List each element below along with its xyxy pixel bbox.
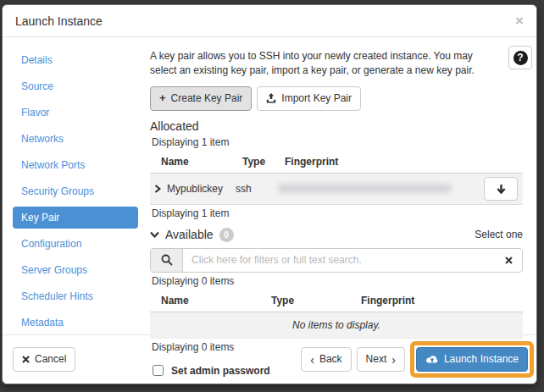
chevron-down-icon xyxy=(150,231,159,238)
set-admin-password-checkbox[interactable] xyxy=(153,365,164,376)
dialog-header: Launch Instance × xyxy=(3,5,536,37)
key-pair-fingerprint-redacted xyxy=(278,184,452,193)
close-icon[interactable]: × xyxy=(515,16,524,26)
clear-search-icon[interactable] xyxy=(496,249,522,272)
available-section-header: Available 0 Select one xyxy=(150,228,523,242)
allocated-table-header: Name Type Fingerprint xyxy=(150,151,523,174)
wizard-step-nav: Details Source Flavor Networks Network P… xyxy=(9,47,143,334)
chevron-left-icon: ‹ xyxy=(310,356,314,364)
available-count-top: Displaying 0 items xyxy=(152,275,523,287)
available-col-type: Type xyxy=(271,295,361,306)
key-pair-name: Mypublickey xyxy=(167,183,223,195)
dialog-body: Details Source Flavor Networks Network P… xyxy=(3,37,536,334)
row-expander-chevron-right-icon[interactable] xyxy=(154,185,161,193)
select-one-hint: Select one xyxy=(475,229,523,240)
allocated-col-fingerprint: Fingerprint xyxy=(285,156,479,168)
available-col-fingerprint: Fingerprint xyxy=(361,295,523,306)
filter-search-input[interactable] xyxy=(183,249,496,272)
help-button[interactable]: ? xyxy=(508,46,532,69)
sidebar-item-scheduler-hints[interactable]: Scheduler Hints xyxy=(13,285,138,307)
sidebar-item-metadata[interactable]: Metadata xyxy=(13,312,138,334)
sidebar-item-source[interactable]: Source xyxy=(13,75,138,97)
plus-icon: + xyxy=(159,94,166,102)
help-icon: ? xyxy=(513,51,528,65)
search-icon[interactable] xyxy=(151,249,183,272)
allocated-col-name: Name xyxy=(161,156,242,168)
admin-password-option: Set admin password xyxy=(150,365,523,377)
x-icon xyxy=(22,356,30,363)
sidebar-item-configuration[interactable]: Configuration xyxy=(13,233,138,255)
sidebar-item-key-pair[interactable]: Key Pair xyxy=(13,207,138,229)
available-count-badge: 0 xyxy=(219,228,234,242)
allocated-col-type: Type xyxy=(242,156,285,168)
available-empty-row: No items to display. xyxy=(150,312,523,339)
sidebar-item-server-groups[interactable]: Server Groups xyxy=(13,259,138,281)
available-table-header: Name Type Fingerprint xyxy=(150,290,523,312)
create-key-pair-button[interactable]: + Create Key Pair xyxy=(150,86,252,111)
sidebar-item-flavor[interactable]: Flavor xyxy=(13,102,138,124)
cancel-label: Cancel xyxy=(35,352,66,367)
sidebar-item-details[interactable]: Details xyxy=(13,49,138,71)
available-heading: Available xyxy=(165,228,214,241)
key-pair-step-content: ? A key pair allows you to SSH into your… xyxy=(143,47,530,334)
create-key-pair-label: Create Key Pair xyxy=(171,91,243,106)
key-pair-description: A key pair allows you to SSH into your n… xyxy=(150,49,487,79)
remove-from-allocated-button[interactable] xyxy=(484,177,518,201)
available-col-name: Name xyxy=(161,295,271,306)
import-key-pair-button[interactable]: Import Key Pair xyxy=(257,86,361,111)
available-search-bar xyxy=(150,248,523,273)
cloud-upload-icon xyxy=(425,355,439,365)
available-toggle[interactable]: Available 0 xyxy=(150,228,234,242)
arrow-down-icon xyxy=(497,184,506,194)
allocated-heading: Allocated xyxy=(150,119,523,133)
key-pair-actions: + Create Key Pair Import Key Pair xyxy=(150,86,523,111)
import-key-pair-label: Import Key Pair xyxy=(281,91,352,106)
launch-instance-dialog: Launch Instance × Details Source Flavor … xyxy=(2,4,537,384)
sidebar-item-security-groups[interactable]: Security Groups xyxy=(13,180,138,202)
sidebar-item-network-ports[interactable]: Network Ports xyxy=(13,154,138,176)
sidebar-item-networks[interactable]: Networks xyxy=(13,128,138,150)
allocated-key-pair-row: Mypublickey ssh xyxy=(150,174,523,205)
allocated-count-top: Displaying 1 item xyxy=(152,136,523,148)
chevron-right-icon: › xyxy=(391,356,396,364)
set-admin-password-label: Set admin password xyxy=(171,365,270,377)
key-pair-type: ssh xyxy=(236,183,278,195)
available-count-bottom: Displaying 0 items xyxy=(152,341,523,353)
allocated-count-bottom: Displaying 1 item xyxy=(152,207,523,219)
upload-icon xyxy=(266,93,276,103)
dialog-title: Launch Instance xyxy=(15,14,103,28)
cancel-button[interactable]: Cancel xyxy=(13,347,75,372)
